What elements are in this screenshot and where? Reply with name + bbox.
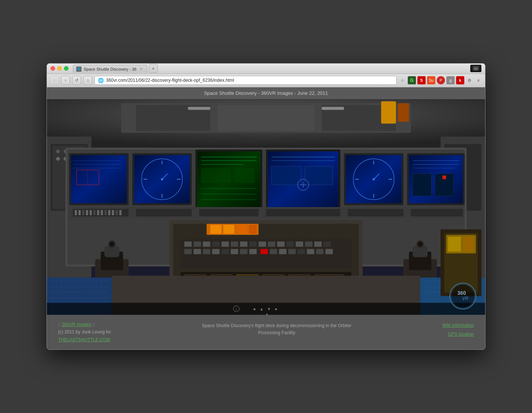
svg-rect-116 — [324, 242, 331, 247]
svg-rect-99 — [249, 225, 257, 234]
svg-rect-83 — [86, 210, 88, 215]
svg-rect-87 — [101, 210, 103, 215]
svg-rect-5 — [188, 107, 210, 110]
360vr-images-link[interactable]: 360VR Images — [62, 322, 91, 327]
svg-rect-104 — [212, 242, 219, 247]
svg-rect-107 — [240, 242, 247, 247]
menu-icon[interactable]: ≡ — [475, 77, 482, 84]
forward-button[interactable]: › — [61, 76, 70, 85]
bookmark-icon[interactable]: ☆ — [399, 77, 406, 84]
footer-right-section: Wiki information GPS location — [442, 321, 474, 339]
svg-text:▴: ▴ — [260, 306, 263, 311]
wiki-link[interactable]: Wiki information — [442, 323, 474, 328]
url-text: 360vr.com/2011/06/22-discovery-flight-de… — [106, 78, 393, 83]
home-button[interactable]: ⌂ — [83, 76, 92, 85]
svg-point-157 — [418, 242, 422, 246]
svg-rect-86 — [97, 210, 99, 215]
svg-rect-84 — [90, 210, 92, 215]
svg-rect-51 — [272, 166, 301, 185]
svg-rect-108 — [249, 242, 257, 247]
footer-links-suffix: :: — [91, 322, 95, 327]
svg-rect-126 — [270, 249, 277, 254]
footer-links-prefix: :: — [58, 322, 62, 327]
svg-rect-88 — [105, 210, 107, 215]
svg-rect-101 — [184, 242, 192, 247]
svg-rect-172 — [448, 237, 461, 252]
browser-extensions: ☆ G S Su P g k ⚙ ≡ — [399, 76, 482, 84]
svg-text:▾: ▾ — [266, 312, 268, 314]
footer-left-section: :: 360VR Images :: (c) 2011 by Jook Leun… — [58, 321, 111, 343]
extension-k-icon[interactable]: k — [456, 76, 464, 84]
reload-button[interactable]: ↺ — [72, 76, 81, 85]
new-tab-button[interactable]: + — [149, 64, 158, 73]
svg-rect-103 — [203, 242, 210, 247]
svg-rect-129 — [298, 249, 305, 254]
gps-link[interactable]: GPS location — [448, 332, 474, 337]
svg-text:i: i — [236, 307, 237, 311]
svg-rect-72 — [442, 175, 446, 179]
svg-rect-127 — [279, 249, 286, 254]
cockpit-svg: i ◂ ▴ ▾ ▸ ▾ 360 VR — [47, 99, 485, 315]
svg-text:▾: ▾ — [268, 306, 270, 311]
extension-g-icon[interactable]: G — [408, 76, 416, 84]
svg-rect-114 — [305, 242, 313, 247]
svg-rect-78 — [348, 209, 404, 216]
tab-label: Space Shuttle Discovery - 36 — [84, 67, 137, 71]
svg-rect-90 — [112, 210, 114, 215]
footer-site-link-line: THELASTSHUTTLE.COM — [58, 336, 111, 343]
svg-rect-131 — [316, 249, 324, 254]
svg-rect-110 — [268, 242, 275, 247]
svg-rect-120 — [212, 249, 219, 254]
back-button[interactable]: ‹ — [50, 76, 59, 85]
tab-bar: 🌐 Space Shuttle Discovery - 36 ✕ + — [73, 64, 467, 73]
svg-rect-70 — [413, 174, 431, 196]
svg-rect-118 — [193, 249, 201, 254]
svg-rect-7 — [381, 101, 396, 123]
settings-icon[interactable]: ⚙ — [466, 77, 473, 84]
svg-rect-75 — [136, 209, 192, 216]
description-text: Space Shuttle Discovery's flight deck du… — [202, 323, 352, 335]
close-button[interactable] — [51, 66, 55, 71]
svg-rect-112 — [286, 242, 294, 247]
svg-rect-52 — [305, 166, 333, 185]
traffic-lights — [51, 66, 68, 71]
thelastshuttle-link[interactable]: THELASTSHUTTLE.COM — [58, 337, 110, 342]
svg-rect-91 — [116, 210, 118, 215]
svg-point-15 — [56, 157, 60, 161]
svg-rect-113 — [296, 242, 303, 247]
svg-text:VR: VR — [462, 296, 468, 301]
address-bar[interactable]: 🌐 360vr.com/2011/06/22-discovery-flight-… — [94, 76, 397, 85]
svg-rect-92 — [119, 210, 122, 215]
svg-rect-6 — [322, 107, 344, 110]
page-header-text: Space Shuttle Discovery - 360VR Images -… — [204, 90, 328, 96]
svg-rect-130 — [307, 249, 314, 254]
svg-rect-80 — [75, 210, 77, 215]
svg-rect-43 — [234, 168, 255, 183]
svg-rect-102 — [193, 242, 201, 247]
tab-favicon: 🌐 — [76, 67, 81, 72]
browser-window: 🌐 Space Shuttle Discovery - 36 ✕ + ‹ › ↺… — [47, 63, 485, 350]
svg-rect-3 — [218, 105, 314, 131]
svg-rect-106 — [231, 242, 238, 247]
svg-point-152 — [110, 242, 114, 246]
svg-rect-111 — [277, 242, 285, 247]
maximize-button[interactable] — [64, 66, 68, 71]
svg-text:▸: ▸ — [275, 306, 278, 311]
svg-rect-132 — [326, 249, 333, 254]
extension-p-icon[interactable]: P — [437, 76, 445, 84]
svg-rect-82 — [82, 210, 84, 215]
footer-description: Space Shuttle Discovery's flight deck du… — [199, 321, 355, 336]
tab-close-icon[interactable]: ✕ — [140, 67, 142, 71]
minimize-button[interactable] — [57, 66, 62, 71]
svg-rect-115 — [314, 242, 322, 247]
page-footer: :: 360VR Images :: (c) 2011 by Jook Leun… — [47, 315, 485, 349]
svg-rect-121 — [221, 249, 229, 254]
browser-tab[interactable]: 🌐 Space Shuttle Discovery - 36 ✕ — [73, 65, 147, 73]
svg-rect-173 — [463, 237, 474, 252]
page-content: Space Shuttle Discovery - 360VR Images -… — [47, 87, 485, 349]
cockpit-panorama[interactable]: i ◂ ▴ ▾ ▸ ▾ 360 VR — [47, 99, 485, 315]
extension-g2-icon[interactable]: g — [446, 76, 455, 84]
extension-stumble-icon[interactable]: Su — [427, 76, 435, 84]
extension-s-icon[interactable]: S — [417, 76, 426, 84]
svg-rect-109 — [259, 242, 266, 247]
